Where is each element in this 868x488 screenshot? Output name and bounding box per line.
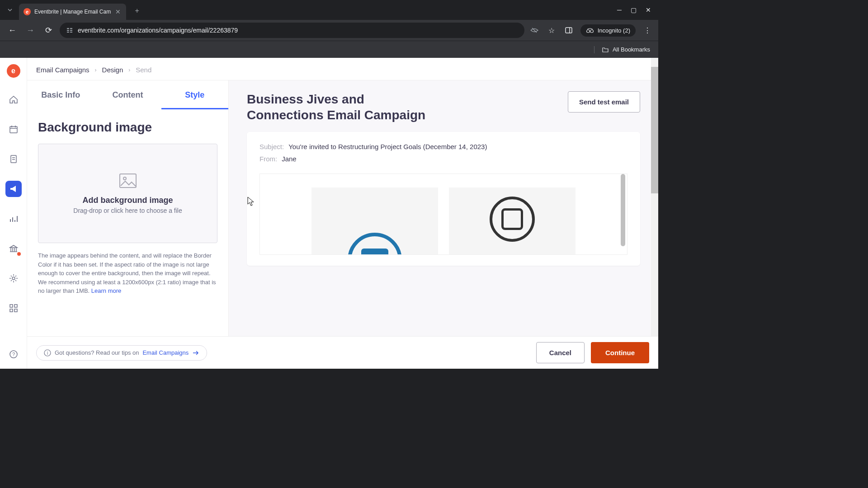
close-window-icon[interactable]: ✕ xyxy=(646,6,651,14)
incognito-badge[interactable]: Incognito (2) xyxy=(580,24,636,37)
help-pill-text: Got questions? Read our tips on xyxy=(55,349,139,356)
scrollbar-thumb[interactable] xyxy=(651,67,658,193)
tab-close-icon[interactable]: ✕ xyxy=(114,7,122,16)
all-bookmarks-label: All Bookmarks xyxy=(613,46,650,53)
site-settings-icon[interactable] xyxy=(66,27,73,34)
upload-zone[interactable]: Add background image Drag-drop or click … xyxy=(38,144,217,243)
apps-grid-icon[interactable] xyxy=(5,300,22,316)
svg-rect-4 xyxy=(67,32,69,33)
svg-rect-3 xyxy=(70,30,72,31)
chevron-right-icon: › xyxy=(128,67,130,73)
folder-icon xyxy=(602,46,609,53)
eventbrite-logo-icon[interactable]: e xyxy=(7,64,20,78)
svg-rect-6 xyxy=(566,28,572,33)
send-test-email-button[interactable]: Send test email xyxy=(568,91,640,113)
continue-button[interactable]: Continue xyxy=(591,342,649,363)
content-row: Basic Info Content Style Background imag… xyxy=(27,80,658,369)
marketing-megaphone-icon[interactable] xyxy=(5,181,22,197)
svg-rect-2 xyxy=(67,30,69,31)
left-panel: Basic Info Content Style Background imag… xyxy=(27,80,229,369)
preview-scrollbar[interactable] xyxy=(621,174,625,246)
browser-tab-strip: e Eventbrite | Manage Email Cam ✕ + ─ ▢ … xyxy=(0,0,658,20)
preview-image-right xyxy=(449,188,576,255)
panel-heading: Background image xyxy=(38,120,217,135)
breadcrumb-campaigns[interactable]: Email Campaigns xyxy=(36,66,90,74)
info-icon: i xyxy=(44,349,51,357)
bookmark-star-icon[interactable]: ☆ xyxy=(546,26,557,35)
incognito-label: Incognito (2) xyxy=(598,27,630,34)
browser-tab[interactable]: e Eventbrite | Manage Email Cam ✕ xyxy=(19,4,126,20)
side-panel-icon[interactable] xyxy=(563,26,574,34)
help-text: The image appears behind the content, an… xyxy=(38,251,217,296)
subject-value: You're invited to Restructuring Project … xyxy=(288,143,487,150)
settings-gear-icon[interactable] xyxy=(5,270,22,286)
back-button[interactable]: ← xyxy=(5,23,19,37)
svg-rect-24 xyxy=(120,174,136,188)
calendar-icon[interactable] xyxy=(5,121,22,137)
bookmarks-bar: All Bookmarks xyxy=(0,41,658,58)
tab-style[interactable]: Style xyxy=(161,80,228,109)
learn-more-link[interactable]: Learn more xyxy=(91,287,121,294)
campaign-title: Business Jives and Connections Email Cam… xyxy=(247,91,437,123)
svg-rect-5 xyxy=(70,32,72,33)
breadcrumb-send: Send xyxy=(136,66,151,74)
all-bookmarks[interactable]: All Bookmarks xyxy=(594,46,650,53)
preview-image-left xyxy=(311,188,438,255)
url-text: eventbrite.com/organizations/campaigns/e… xyxy=(78,27,238,34)
black-circle-logo-icon xyxy=(490,197,535,242)
upload-subtitle: Drag-drop or click here to choose a file xyxy=(73,207,182,214)
svg-text:i: i xyxy=(47,351,48,356)
app-main: Email Campaigns › Design › Send Basic In… xyxy=(27,58,658,369)
footer-actions: Cancel Continue xyxy=(536,342,649,363)
from-row: From: Jane xyxy=(259,155,627,163)
cancel-button[interactable]: Cancel xyxy=(536,342,585,363)
app-sidebar: e ? xyxy=(0,58,27,369)
svg-rect-19 xyxy=(14,305,17,307)
forward-button[interactable]: → xyxy=(24,23,37,37)
svg-rect-20 xyxy=(10,309,13,312)
tab-dropdown[interactable] xyxy=(4,4,16,16)
home-icon[interactable] xyxy=(5,91,22,108)
from-label: From: xyxy=(259,155,277,163)
preview-panel: Business Jives and Connections Email Cam… xyxy=(229,80,658,369)
main-scrollbar[interactable] xyxy=(651,58,658,369)
preview-content xyxy=(259,174,627,255)
tab-basic-info[interactable]: Basic Info xyxy=(27,80,94,109)
from-value: Jane xyxy=(282,155,297,163)
svg-rect-18 xyxy=(10,305,13,307)
breadcrumbs: Email Campaigns › Design › Send xyxy=(27,58,658,80)
maximize-icon[interactable]: ▢ xyxy=(631,6,637,14)
help-pill-link: Email Campaigns xyxy=(142,349,189,356)
window-controls: ─ ▢ ✕ xyxy=(617,6,655,14)
finance-bank-icon[interactable] xyxy=(5,240,22,257)
reports-chart-icon[interactable] xyxy=(5,211,22,227)
svg-rect-14 xyxy=(11,155,16,163)
help-pill[interactable]: i Got questions? Read our tips on Email … xyxy=(36,345,207,361)
subject-label: Subject: xyxy=(259,143,284,150)
upload-title: Add background image xyxy=(82,196,173,205)
url-bar[interactable]: eventbrite.com/organizations/campaigns/e… xyxy=(60,23,524,38)
orders-icon[interactable] xyxy=(5,151,22,167)
preview-card: Subject: You're invited to Restructuring… xyxy=(247,132,640,266)
reload-button[interactable]: ⟳ xyxy=(42,23,55,37)
svg-rect-21 xyxy=(14,309,17,312)
breadcrumb-design[interactable]: Design xyxy=(102,66,123,74)
panel-body: Background image Add background image Dr… xyxy=(27,109,228,306)
browser-menu-icon[interactable]: ⋮ xyxy=(642,26,653,35)
preview-header: Business Jives and Connections Email Cam… xyxy=(247,91,640,123)
eye-off-icon[interactable] xyxy=(529,26,540,35)
chevron-right-icon: › xyxy=(95,67,97,73)
tab-title: Eventbrite | Manage Email Cam xyxy=(34,9,111,15)
svg-point-25 xyxy=(123,177,126,180)
svg-rect-0 xyxy=(67,28,69,29)
app-container: e ? Email Campaigns › xyxy=(0,58,658,369)
new-tab-button[interactable]: + xyxy=(131,5,143,17)
tab-content[interactable]: Content xyxy=(94,80,161,109)
browser-toolbar: ← → ⟳ eventbrite.com/organizations/campa… xyxy=(0,20,658,41)
incognito-icon xyxy=(586,27,594,33)
image-placeholder-icon xyxy=(119,173,137,188)
help-icon[interactable]: ? xyxy=(5,346,22,362)
editor-tabs: Basic Info Content Style xyxy=(27,80,228,109)
svg-point-17 xyxy=(12,277,15,280)
minimize-icon[interactable]: ─ xyxy=(617,6,622,14)
